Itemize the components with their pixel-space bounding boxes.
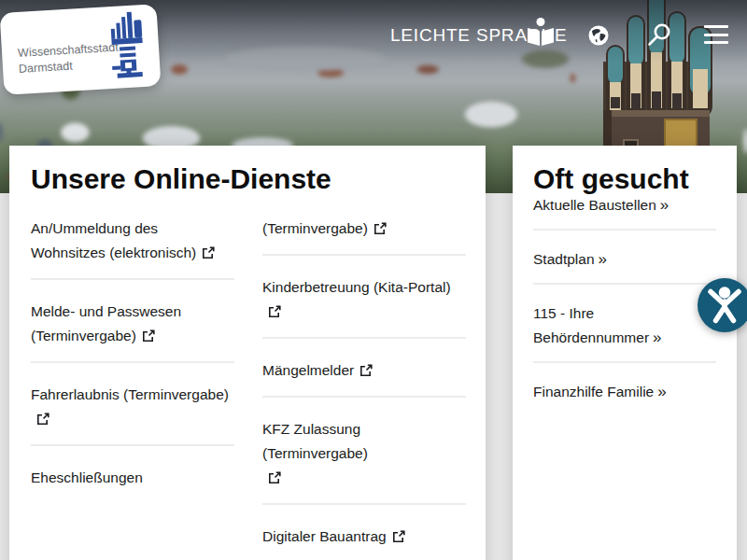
hamburger-menu-icon[interactable] xyxy=(704,25,728,44)
quick-link[interactable]: Aktuelle Baustellen» xyxy=(533,193,716,231)
external-link-icon xyxy=(36,413,49,426)
service-link[interactable]: Eheschließungen xyxy=(31,446,234,503)
link-label: (Terminvergabe) xyxy=(262,220,368,236)
page: Wissenschaftsstadt Darmstadt LEICHTE SPR… xyxy=(0,0,747,560)
link-label: Eheschließungen xyxy=(31,469,143,485)
service-link[interactable]: Digitaler Bauantrag xyxy=(262,505,466,560)
services-column-2: (Terminvergabe)Kinderbetreuung (Kita-Por… xyxy=(262,217,466,560)
accessibility-button[interactable] xyxy=(698,278,747,332)
double-chevron-icon: » xyxy=(653,329,661,346)
link-label: Finanzhilfe Familie xyxy=(533,384,654,399)
external-link-icon xyxy=(268,471,281,484)
external-link-icon xyxy=(142,329,155,343)
double-chevron-icon: » xyxy=(599,250,607,268)
external-link-icon xyxy=(268,305,281,318)
service-link[interactable]: Mängelmelder xyxy=(262,339,466,398)
services-card-title: Unsere Online-Dienste xyxy=(31,164,486,193)
link-label: Stadtplan xyxy=(533,251,595,267)
double-chevron-icon: » xyxy=(657,383,666,400)
external-link-icon xyxy=(392,530,405,543)
link-label: An/Ummeldung des Wohnsitzes (elektronisc… xyxy=(31,220,196,260)
globe-icon[interactable] xyxy=(588,25,609,46)
service-link[interactable]: Melde- und Passwesen (Terminvergabe) xyxy=(31,280,234,363)
link-label: Kinderbetreuung (Kita-Portal) xyxy=(262,279,451,295)
quick-link[interactable]: Stadtplan» xyxy=(533,231,716,285)
service-link[interactable]: KFZ Zulassung (Terminvergabe) xyxy=(262,398,466,505)
services-column-1: An/Ummeldung des Wohnsitzes (elektronisc… xyxy=(31,217,234,560)
brand-name: Wissenschaftsstadt Darmstadt xyxy=(18,40,120,77)
link-label: Mängelmelder xyxy=(262,362,354,378)
service-link[interactable]: Fahrerlaubnis (Terminvergabe) xyxy=(31,363,234,446)
service-link[interactable]: An/Ummeldung des Wohnsitzes (elektronisc… xyxy=(31,217,234,280)
service-link[interactable]: Kinderbetreuung (Kita-Portal) xyxy=(262,256,466,339)
external-link-icon xyxy=(374,222,387,235)
often-searched-card: Oft gesucht Aktuelle Baustellen»Stadtpla… xyxy=(513,146,737,560)
link-label: KFZ Zulassung (Terminvergabe) xyxy=(262,421,368,461)
search-icon[interactable] xyxy=(647,22,671,47)
service-link[interactable]: (Terminvergabe) xyxy=(262,217,466,256)
reader-icon[interactable] xyxy=(526,17,556,49)
accessibility-person-icon xyxy=(698,278,747,332)
link-label: Digitaler Bauantrag xyxy=(262,528,387,544)
link-label: Fahrerlaubnis (Terminvergabe) xyxy=(31,386,229,402)
site-logo[interactable]: Wissenschaftsstadt Darmstadt xyxy=(0,4,161,95)
double-chevron-icon: » xyxy=(660,196,669,214)
quick-link[interactable]: 115 - Ihre Behördennummer» xyxy=(533,285,716,363)
online-services-card: Unsere Online-Dienste An/Ummeldung des W… xyxy=(9,146,486,560)
often-searched-list: Aktuelle Baustellen»Stadtplan»115 - Ihre… xyxy=(533,193,716,415)
darmstadt-tower-logo-icon xyxy=(107,10,148,79)
external-link-icon xyxy=(202,246,215,259)
link-label: Aktuelle Baustellen xyxy=(533,197,656,213)
external-link-icon xyxy=(359,364,373,377)
often-card-title: Oft gesucht xyxy=(533,164,716,193)
link-label: 115 - Ihre Behördennummer xyxy=(533,305,649,345)
link-label: Melde- und Passwesen (Terminvergabe) xyxy=(31,303,181,343)
quick-link[interactable]: Finanzhilfe Familie» xyxy=(533,363,716,415)
